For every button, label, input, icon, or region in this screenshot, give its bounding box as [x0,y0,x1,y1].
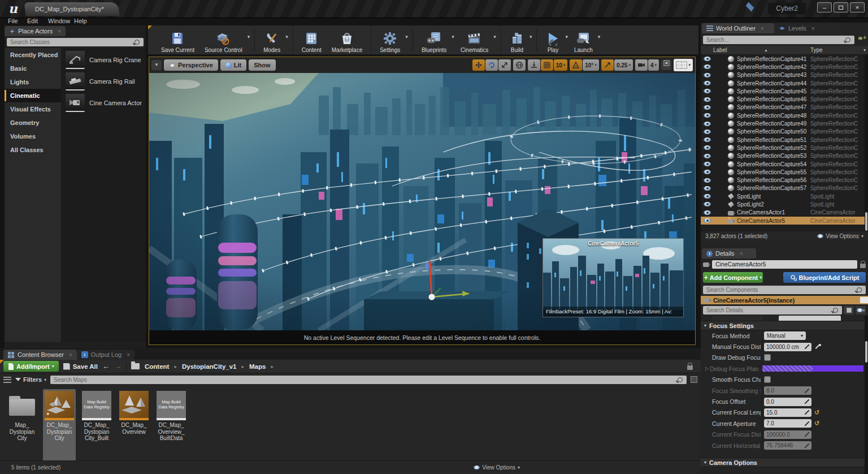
close-icon[interactable]: × [69,352,72,358]
search-classes-input[interactable] [7,39,134,45]
search-components-input[interactable] [703,287,857,293]
visibility-eye-icon[interactable] [704,170,711,174]
blueprint-add-script-button[interactable]: Blueprint/Add Script [783,272,866,283]
dropdown-arrow-icon[interactable]: ▾ [530,34,532,40]
visibility-eye-icon[interactable] [704,73,711,77]
drag-handle-icon[interactable] [805,421,809,426]
outliner-row[interactable]: SphereReflectionCapture52 SphereReflecti… [701,144,868,152]
breadcrumb-maps[interactable]: Maps [249,363,266,370]
outliner-row[interactable]: SphereReflectionCapture47 SphereReflecti… [701,104,868,111]
visibility-eye-icon[interactable] [704,194,711,199]
outliner-row[interactable]: SphereReflectionCapture50 SphereReflecti… [701,128,868,136]
outliner-search-input[interactable] [703,37,845,43]
expand-arrow-icon[interactable]: ▷ [705,366,710,371]
dropdown-arrow-icon[interactable]: ▾ [598,34,601,40]
outliner-header[interactable]: Label ▲ Type ▾ [701,46,868,55]
asset-dc-map-overview-builtdata[interactable]: Map Build Data Registry DC_Map_Overview_… [155,389,188,472]
visibility-eye-icon[interactable] [704,89,711,93]
outliner-view-options[interactable]: View Options▾ [817,233,863,239]
column-type[interactable]: Type [810,47,868,53]
cinematics-button[interactable]: Cinematics [455,27,493,53]
visibility-eye-icon[interactable] [704,154,711,158]
tab-details[interactable]: i Details× [702,248,756,258]
close-icon[interactable]: × [761,25,764,32]
drag-handle-icon[interactable] [805,344,809,349]
outliner-scrollbar[interactable] [865,55,868,231]
close-icon[interactable]: × [58,28,61,35]
search-maps-input[interactable] [50,377,678,383]
lit-mode-button[interactable]: Lit [220,59,246,71]
rotation-snap-button[interactable] [570,59,582,71]
close-button[interactable]: × [850,2,865,12]
outliner-row[interactable]: SphereReflectionCapture55 SphereReflecti… [701,168,868,176]
asset-dc-map-dystopiancity-built[interactable]: Map Build Data Registry DC_Map_Dystopian… [80,389,113,472]
display-filter-button[interactable]: ▾ [856,306,866,314]
surface-snap-button[interactable] [528,59,540,71]
outliner-row[interactable]: CineCameraActor1 CineCameraActor [701,209,868,217]
details-scrollbar[interactable] [865,316,868,474]
camera-speed-button[interactable] [635,59,648,71]
level-tab[interactable]: DC_Map_DystopianCity* [24,2,119,16]
menu-help[interactable]: Help [74,18,87,24]
blueprints-button[interactable]: Blueprints [416,27,452,53]
menu-window[interactable]: Window [48,18,70,24]
visibility-eye-icon[interactable] [704,97,711,102]
close-icon[interactable]: × [811,25,815,32]
sidebar-item-cinematic[interactable]: Cinematic [5,89,61,102]
outliner-row[interactable]: SphereReflectionCapture44 SphereReflecti… [701,79,868,87]
manual-focus-distance-field[interactable]: 100000.0 cm [764,343,811,351]
outliner-row[interactable]: SphereReflectionCapture53 SphereReflecti… [701,152,868,160]
visibility-eye-icon[interactable] [704,57,711,61]
close-icon[interactable]: × [740,251,743,257]
menu-file[interactable]: File [8,18,18,24]
grid-snap-button[interactable] [541,59,553,71]
sidebar-item-basic[interactable]: Basic [5,62,61,75]
visibility-eye-icon[interactable] [704,105,711,110]
place-actors-search[interactable] [7,38,144,46]
asset-dc-map-dystopiancity[interactable]: ✦ DC_Map_DystopianCity [43,389,76,472]
outliner-row[interactable]: SphereReflectionCapture45 SphereReflecti… [701,87,868,95]
source-control-button[interactable]: Source Control [199,27,248,53]
outliner-search[interactable] [703,36,854,44]
dropdown-arrow-icon[interactable]: ▾ [248,34,250,40]
outliner-row[interactable]: SphereReflectionCapture51 SphereReflecti… [701,136,868,144]
outliner-row[interactable]: SphereReflectionCapture48 SphereReflecti… [701,111,868,119]
modes-button[interactable]: Modes [258,27,285,53]
column-label[interactable]: Label [701,47,810,53]
restore-button[interactable] [834,2,848,12]
tab-levels[interactable]: Levels× [774,23,841,33]
filters-button[interactable]: Filters▾ [15,376,46,383]
visibility-eye-icon[interactable] [704,130,711,134]
show-button[interactable]: Show [249,59,275,71]
dropdown-arrow-icon[interactable]: ▾ [405,34,408,40]
save-all-button[interactable]: Save All [63,363,98,370]
visibility-eye-icon[interactable] [704,162,711,166]
current-focal-length-field[interactable]: 15.0 [764,408,811,417]
outliner-row[interactable]: SphereReflectionCapture54 SphereReflecti… [701,160,868,168]
outliner-row[interactable]: SphereReflectionCapture42 SphereReflecti… [701,63,868,71]
eyedropper-icon[interactable] [814,343,821,350]
reset-to-default-icon[interactable]: ↺ [814,409,819,416]
grid-snap-value[interactable]: 10▾ [554,59,568,71]
menu-edit[interactable]: Edit [27,18,38,24]
sidebar-item-geometry[interactable]: Geometry [5,116,61,130]
launch-button[interactable]: Launch [569,27,598,53]
visibility-eye-icon[interactable] [704,186,711,191]
lock-icon[interactable] [687,365,693,370]
breadcrumb-content[interactable]: Content [145,363,169,370]
maximize-viewport-button[interactable] [661,60,671,70]
drag-handle-icon[interactable] [805,410,809,415]
asset-folder-map-dystopiancity[interactable]: Map_DystopianCity [6,389,38,472]
list-item-camera-rig-rail[interactable]: Camera Rig Rail [61,71,146,92]
sources-panel-icon[interactable] [3,377,11,383]
component-instance-row[interactable]: CineCameraActor5(Instance) [701,296,868,304]
visibility-eye-icon[interactable] [704,64,711,69]
save-search-icon[interactable] [691,376,697,383]
add-filter-icon[interactable] [857,36,866,44]
visibility-eye-icon[interactable] [704,122,711,126]
viewport-scene[interactable]: CineCameraActor5 FilmbackPreset: 16:9 Di… [149,73,695,330]
dropdown-arrow-icon[interactable]: ▾ [452,34,454,40]
outliner-row[interactable]: SphereReflectionCapture46 SphereReflecti… [701,95,868,103]
tab-content-browser[interactable]: Content Browser× [3,350,77,360]
back-arrow-icon[interactable]: ← [102,362,110,370]
